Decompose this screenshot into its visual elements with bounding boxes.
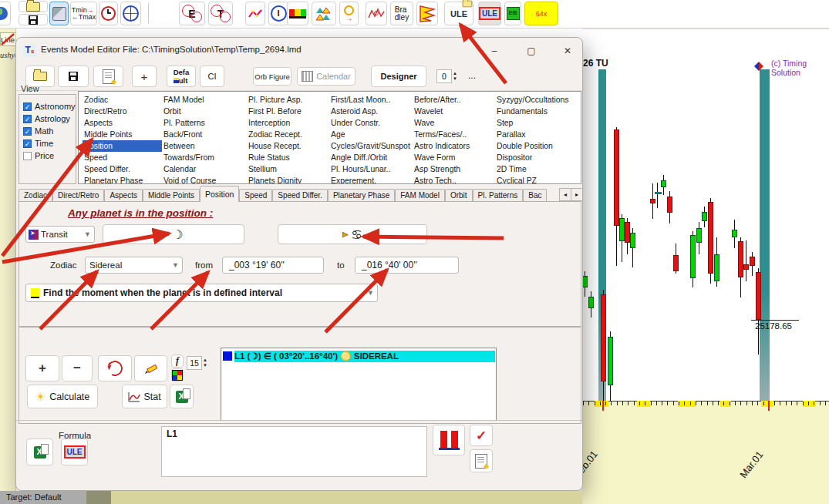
histogram-button[interactable] [433, 425, 465, 455]
menu-item-first-pl-before[interactable]: First Pl. Before [247, 106, 328, 117]
menu-item-syzygy-occultations[interactable]: Syzygy/Occultations [495, 94, 580, 106]
menu-item-rule-status[interactable]: Rule Status [247, 152, 328, 163]
menu-item-2d-time[interactable]: 2D Time [495, 163, 580, 175]
t-test-button[interactable]: T [208, 2, 233, 25]
checkbox-icon[interactable]: ✓ [23, 127, 32, 136]
from-input[interactable]: _003 °19' 60'' [222, 257, 324, 274]
formula-ule-button[interactable]: ULE [61, 438, 88, 465]
menu-item-between[interactable]: Between [162, 140, 245, 152]
to-input[interactable]: _016 °40' 00'' [355, 257, 459, 274]
tab-fam-model[interactable]: FAM Model [395, 189, 445, 202]
tab-bac[interactable]: Bac [523, 189, 547, 202]
menu-item-towards-from[interactable]: Towards/From [162, 152, 245, 163]
tmin-tmax-button[interactable]: Tmin→ ←Tmax [70, 2, 97, 25]
save-model-button[interactable] [58, 66, 89, 87]
menu-item-first-last-moon-[interactable]: First/Last Moon.. [329, 94, 413, 106]
tab-pl-patterns[interactable]: Pl. Patterns [473, 189, 524, 202]
tab-middle-points[interactable]: Middle Points [143, 189, 200, 202]
menu-item-position[interactable]: Position [83, 140, 162, 152]
view-item-price[interactable]: Price [23, 150, 76, 161]
menu-item-direct-retro[interactable]: Direct/Retro [83, 106, 162, 117]
tab-planetary-phase[interactable]: Planetary Phase [328, 189, 395, 202]
add-button[interactable]: + [132, 66, 157, 87]
formula-input[interactable]: L1 [161, 426, 427, 477]
tab-speed-differ-[interactable]: Speed Differ. [272, 189, 328, 202]
menu-item-pl-patterns[interactable]: Pl. Patterns [162, 117, 245, 129]
close-button[interactable]: ✕ [551, 38, 583, 63]
calendar-button[interactable]: Calendar [297, 67, 356, 86]
export-excel-button[interactable] [170, 385, 194, 408]
checkbox-icon[interactable]: ✓ [23, 115, 32, 123]
menu-item-age[interactable]: Age [329, 129, 413, 140]
menu-item-double-position[interactable]: Double Position [495, 140, 580, 152]
edit-style-button[interactable] [134, 355, 167, 381]
menu-item-angle-diff-orbit[interactable]: Angle Diff./Orbit [329, 152, 413, 163]
zigzag-levels-button[interactable] [312, 2, 336, 25]
calculate-button[interactable]: ☀ Calculate [27, 385, 98, 408]
speed-64x-button[interactable]: 64x [524, 2, 558, 25]
menu-item-asteroid-asp-[interactable]: Asteroid Asp. [329, 106, 413, 117]
astro-zigzag-button[interactable] [366, 2, 387, 25]
globe-button[interactable] [0, 2, 11, 25]
tabs-scroll-right[interactable]: ▸ [571, 188, 583, 201]
color-zones-button[interactable] [287, 2, 308, 25]
point-type-select[interactable]: Transit ▼ [25, 226, 95, 243]
view-item-time[interactable]: ✓Time [23, 138, 76, 149]
menu-item-pl-picture-asp-[interactable]: Pl. Picture Asp. [247, 94, 328, 106]
sign-select-button[interactable]: ▶ ♋ [278, 224, 427, 244]
menu-item-experement-[interactable]: Experement. [329, 175, 413, 184]
menu-item-pl-hours-lunar-[interactable]: Pl. Hours/Lunar.. [329, 163, 413, 175]
menu-item-wavelet[interactable]: Wavelet [413, 106, 494, 117]
checkbox-icon[interactable] [23, 152, 32, 160]
tab-speed[interactable]: Speed [239, 189, 272, 202]
downloader-button[interactable] [49, 2, 69, 25]
line-tab[interactable]: Line [0, 32, 16, 46]
find-moment-select[interactable]: Find the moment when the planet is in de… [25, 284, 378, 302]
apply-button[interactable]: ✓ [470, 425, 493, 446]
view-item-math[interactable]: ✓Math [23, 126, 76, 136]
menu-item-stellium[interactable]: Stellium [247, 163, 328, 175]
menu-item-middle-points[interactable]: Middle Points [83, 129, 162, 140]
tab-aspects[interactable]: Aspects [104, 189, 143, 202]
default-button[interactable]: Defa ult [167, 66, 196, 87]
menu-item-cycles-gravit-sunspot[interactable]: Cycles/Gravit/Sunspot [329, 140, 413, 152]
checkbox-icon[interactable]: ✓ [23, 102, 32, 111]
checkbox-icon[interactable]: ✓ [23, 139, 32, 148]
clock-button[interactable] [99, 2, 118, 25]
curve-chart-button[interactable] [245, 2, 265, 25]
ci-button[interactable]: CI [200, 66, 224, 87]
spinner-arrows-icon[interactable]: ▲▼ [452, 69, 457, 83]
eb-button[interactable]: EB [504, 2, 521, 25]
menu-item-zodiac[interactable]: Zodiac [83, 94, 162, 106]
minimize-button[interactable]: – [477, 38, 511, 63]
menu-item-aspects[interactable]: Aspects [83, 117, 162, 129]
menu-item-calendar[interactable]: Calendar [162, 163, 245, 175]
menu-item-dispositor[interactable]: Dispositor [495, 152, 580, 163]
more-button[interactable]: ... [468, 70, 476, 81]
maximize-button[interactable]: ▢ [514, 38, 548, 63]
event-list-item[interactable]: L1 (☽) ∈ ( 03°20'..16°40') ♋ SIDEREAL [223, 350, 495, 362]
menu-item-zodiac-recept-[interactable]: Zodiac Recept. [247, 129, 328, 140]
menu-item-speed[interactable]: Speed [83, 152, 162, 163]
view-item-astronomy[interactable]: ✓Astronomy [23, 101, 76, 112]
menu-item-void-of-course[interactable]: Void of Course [162, 175, 245, 184]
tabs-scroll-left[interactable]: ◂ [559, 188, 571, 201]
menu-item-terms-faces-[interactable]: Terms/Faces/.. [413, 129, 494, 140]
refresh-button[interactable] [98, 355, 132, 381]
menu-item-planetary-phase[interactable]: Planetary Phase [83, 175, 162, 184]
open-file-button[interactable] [19, 1, 48, 12]
view-item-astrology[interactable]: ✓Astrology [23, 113, 76, 124]
events-list[interactable]: L1 (☽) ∈ ( 03°20'..16°40') ♋ SIDEREAL [221, 348, 497, 421]
title-bar[interactable]: Ts Events Model Editor File: C:\TimingSo… [16, 38, 582, 63]
save-file-button[interactable] [19, 14, 48, 25]
zodiac-select[interactable]: Sidereal ▼ [85, 257, 183, 274]
instrument-button[interactable]: I [268, 2, 288, 25]
formula-excel-button[interactable] [26, 438, 53, 465]
menu-item-wave[interactable]: Wave [413, 117, 494, 129]
menu-item-cyclical-pz[interactable]: Cyclical PZ [495, 175, 580, 184]
model-spinner[interactable]: 0 ▲▼ [436, 69, 457, 83]
flag-zigzag-button[interactable] [416, 2, 438, 25]
menu-item-planets-dignity[interactable]: Planets Dignity [247, 175, 328, 184]
tab-position[interactable]: Position [200, 186, 239, 202]
tab-orbit[interactable]: Orbit [445, 189, 473, 202]
